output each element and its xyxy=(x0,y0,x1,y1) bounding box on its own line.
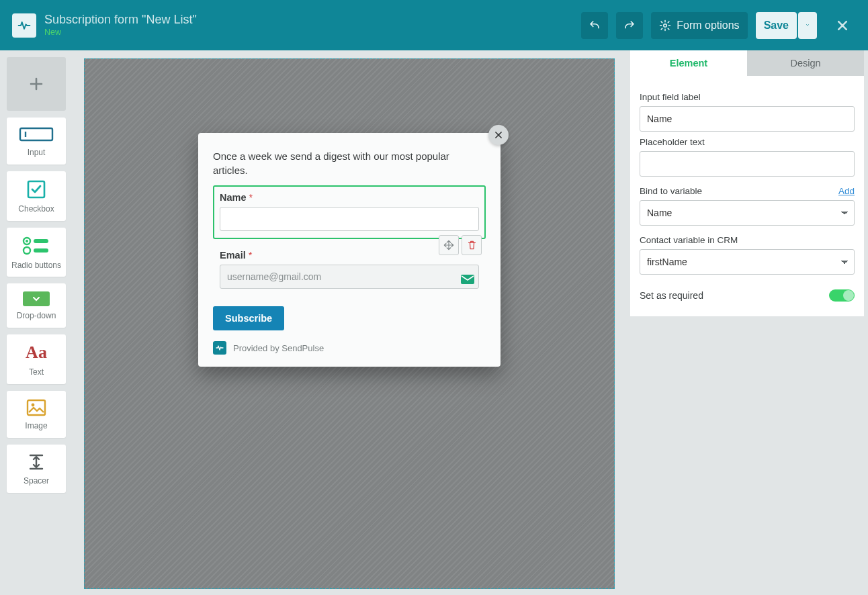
select-bind-variable[interactable]: Name xyxy=(640,200,855,226)
add-element-button[interactable] xyxy=(7,57,66,111)
radio-icon xyxy=(21,236,51,256)
tool-input[interactable]: Input xyxy=(7,118,66,165)
image-icon xyxy=(26,399,46,416)
app-logo xyxy=(12,13,36,38)
mail-icon xyxy=(460,274,475,285)
select-crm-variable[interactable]: firstName xyxy=(640,249,855,275)
tool-text[interactable]: Aa Text xyxy=(7,334,66,384)
required-mark: * xyxy=(249,250,253,261)
tool-dropdown[interactable]: Drop-down xyxy=(7,283,66,328)
tool-radio[interactable]: Radio buttons xyxy=(7,228,66,277)
close-icon xyxy=(494,130,503,140)
undo-button[interactable] xyxy=(581,12,608,39)
svg-point-0 xyxy=(664,24,667,27)
form-options-button[interactable]: Form options xyxy=(651,12,747,39)
tool-image[interactable]: Image xyxy=(7,391,66,438)
input-placeholder-text[interactable] xyxy=(640,151,855,177)
delete-block-button[interactable] xyxy=(462,235,482,255)
redo-button[interactable] xyxy=(616,12,643,39)
svg-rect-11 xyxy=(461,275,474,284)
label-placeholder-text: Placeholder text xyxy=(640,137,855,147)
name-input[interactable] xyxy=(220,207,479,231)
toggle-required[interactable] xyxy=(829,289,855,302)
plus-icon xyxy=(28,76,44,92)
gear-icon xyxy=(659,19,671,32)
label-crm-variable: Contact variable in CRM xyxy=(640,235,855,245)
label-input-field-label: Input field label xyxy=(640,92,855,102)
sendpulse-logo xyxy=(213,341,226,355)
label-bind-variable: Bind to variable xyxy=(640,186,702,196)
save-button[interactable]: Save xyxy=(756,12,797,39)
chevron-down-icon xyxy=(806,23,809,28)
subscribe-button[interactable]: Subscribe xyxy=(213,306,284,330)
input-icon xyxy=(19,126,54,143)
checkbox-icon xyxy=(26,179,46,199)
tool-spacer[interactable]: Spacer xyxy=(7,445,66,493)
save-dropdown[interactable] xyxy=(798,12,817,39)
canvas: Once a week we send a digest with our mo… xyxy=(73,50,626,595)
svg-point-5 xyxy=(26,240,28,242)
field-block-email[interactable]: Email * xyxy=(213,243,486,297)
field-block-name[interactable]: Name * xyxy=(213,185,486,239)
form-description: Once a week we send a digest with our mo… xyxy=(213,149,486,177)
tool-checkbox[interactable]: Checkbox xyxy=(7,171,66,221)
label-set-required: Set as required xyxy=(640,290,703,301)
close-icon xyxy=(836,19,849,32)
text-icon: Aa xyxy=(26,342,47,363)
tool-rail: Input Checkbox Radio buttons Dr xyxy=(0,50,73,595)
provider-attribution: Provided by SendPulse xyxy=(213,341,486,355)
email-input[interactable] xyxy=(220,265,479,289)
required-mark: * xyxy=(249,192,253,203)
move-handle[interactable] xyxy=(439,235,459,255)
name-label: Name xyxy=(220,192,247,203)
settings-panel: Element Design Input field label Placeho… xyxy=(626,50,868,595)
email-label: Email xyxy=(220,250,246,261)
redo-icon xyxy=(623,19,636,32)
tab-element[interactable]: Element xyxy=(630,50,747,76)
pulse-icon xyxy=(17,19,31,32)
dropdown-icon xyxy=(23,291,50,306)
trash-icon xyxy=(467,240,477,250)
stage[interactable]: Once a week we send a digest with our mo… xyxy=(84,58,615,589)
form-options-label: Form options xyxy=(677,19,739,32)
move-icon xyxy=(443,240,454,250)
svg-rect-9 xyxy=(28,400,45,415)
add-variable-link[interactable]: Add xyxy=(838,186,855,196)
spacer-icon xyxy=(26,453,46,471)
form-close-button[interactable] xyxy=(488,125,509,145)
tab-design[interactable]: Design xyxy=(747,50,864,76)
svg-rect-6 xyxy=(34,239,48,243)
page-title: Subscription form "New List" xyxy=(44,12,197,28)
svg-rect-8 xyxy=(34,248,48,253)
topbar: Subscription form "New List" New Form op… xyxy=(0,0,868,50)
input-field-label[interactable] xyxy=(640,106,855,132)
svg-point-7 xyxy=(24,247,30,254)
svg-point-10 xyxy=(32,404,35,407)
status-new: New xyxy=(44,28,197,38)
undo-icon xyxy=(589,19,601,32)
close-button[interactable] xyxy=(829,12,856,39)
form-card: Once a week we send a digest with our mo… xyxy=(198,133,501,367)
